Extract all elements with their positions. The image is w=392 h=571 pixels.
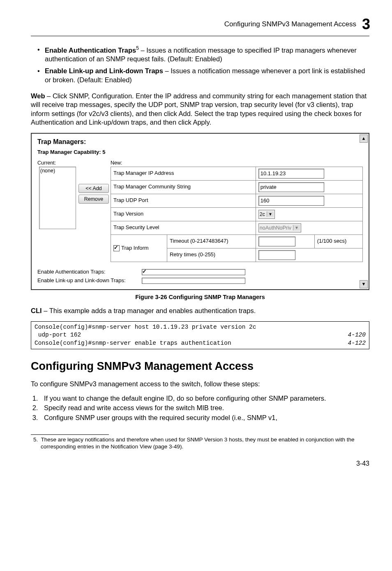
bullet-sup: 5	[136, 45, 139, 51]
chevron-down-icon: ▼	[293, 225, 300, 230]
header-rule	[31, 36, 369, 36]
cli-paragraph: CLI – This example adds a trap manager a…	[31, 306, 369, 315]
figure-title: Trap Managers:	[37, 138, 363, 146]
security-label: Trap Security Level	[111, 221, 256, 234]
add-button[interactable]: << Add	[78, 184, 109, 193]
ip-input[interactable]	[258, 169, 324, 179]
version-select[interactable]: 2c▼	[258, 210, 275, 219]
config-table: Trap Manager IP Address Trap Manager Com…	[111, 167, 363, 262]
code-line: Console(config)#snmp-server host 10.1.19…	[35, 323, 256, 332]
scroll-up-icon[interactable]: ▲	[360, 135, 368, 143]
enable-link-checkbox[interactable]	[142, 278, 245, 284]
footnote-rule	[31, 434, 109, 435]
step-item: If you want to change the default engine…	[40, 394, 369, 403]
security-select[interactable]: noAuthNoPriv▼	[258, 223, 301, 232]
page-number: 3-43	[31, 460, 369, 468]
steps-list: If you want to change the default engine…	[31, 394, 369, 422]
bullet-lead: Enable Authentication Traps	[45, 46, 136, 53]
web-paragraph: Web – Click SNMP, Configuration. Enter t…	[31, 92, 369, 127]
code-line: Console(config)#snmp-server enable traps…	[35, 339, 231, 348]
footnote: 5. These are legacy notifications and th…	[31, 436, 369, 450]
udp-input[interactable]	[258, 196, 324, 206]
community-label: Trap Manager Community String	[111, 180, 256, 194]
footnote-text: These are legacy notifications and there…	[41, 436, 354, 450]
remove-button[interactable]: Remove	[78, 195, 109, 204]
retry-input[interactable]	[258, 250, 295, 260]
footnote-number: 5.	[33, 436, 38, 443]
chapter-number: 3	[362, 15, 369, 34]
ip-label: Trap Manager IP Address	[111, 167, 256, 180]
bullet-item: Enable Authentication Traps5 – Issues a …	[45, 45, 369, 63]
community-input[interactable]	[258, 182, 324, 192]
current-listbox[interactable]: (none)	[39, 167, 76, 229]
section-intro: To configure SNMPv3 management access to…	[31, 380, 369, 388]
timeout-units: (1/100 secs)	[314, 234, 362, 248]
code-ref: 4-120	[348, 331, 366, 339]
version-value: 2c	[260, 211, 265, 218]
inform-label: Trap Inform	[121, 245, 149, 251]
web-lead: Web	[31, 92, 45, 100]
current-label: Current:	[37, 160, 111, 166]
version-label: Trap Version	[111, 207, 256, 221]
enable-link-label: Enable Link-up and Link-down Traps:	[37, 277, 140, 284]
trap-inform-checkbox[interactable]	[113, 245, 120, 251]
figure-caption: Figure 3-26 Configuring SNMP Trap Manage…	[31, 293, 369, 301]
timeout-label: Timeout (0-2147483647)	[167, 234, 256, 248]
udp-label: Trap UDP Port	[111, 194, 256, 207]
retry-label: Retry times (0-255)	[167, 248, 256, 262]
figure-subtitle: Trap Manager Capability: 5	[37, 149, 363, 156]
scroll-down-icon[interactable]: ▼	[360, 280, 368, 288]
cli-rest: – This example adds a trap manager and e…	[42, 307, 256, 314]
running-head: Configuring SNMPv3 Management Access	[224, 20, 356, 29]
enable-auth-checkbox[interactable]	[142, 269, 245, 275]
step-item: Configure SNMP user groups with the requ…	[40, 413, 369, 422]
new-label: New:	[111, 160, 363, 166]
code-line: udp-port 162	[35, 331, 81, 339]
security-value: noAuthNoPriv	[260, 225, 291, 231]
cli-code-block: Console(config)#snmp-server host 10.1.19…	[31, 321, 369, 350]
enable-auth-label: Enable Authentication Traps:	[37, 269, 140, 276]
cli-lead: CLI	[31, 307, 42, 314]
chevron-down-icon: ▼	[267, 211, 274, 217]
trap-managers-figure: ▲ ▼ Trap Managers: Trap Manager Capabili…	[31, 133, 369, 290]
web-rest: – Click SNMP, Configuration. Enter the I…	[31, 92, 367, 126]
bullet-list: Enable Authentication Traps5 – Issues a …	[31, 45, 369, 84]
code-ref: 4-122	[348, 339, 366, 348]
section-heading: Configuring SNMPv3 Management Access	[31, 359, 369, 374]
bullet-item: Enable Link-up and Link-down Traps – Iss…	[45, 67, 369, 84]
bullet-lead: Enable Link-up and Link-down Traps	[45, 67, 163, 74]
step-item: Specify read and write access views for …	[40, 404, 369, 412]
timeout-input[interactable]	[258, 237, 295, 246]
